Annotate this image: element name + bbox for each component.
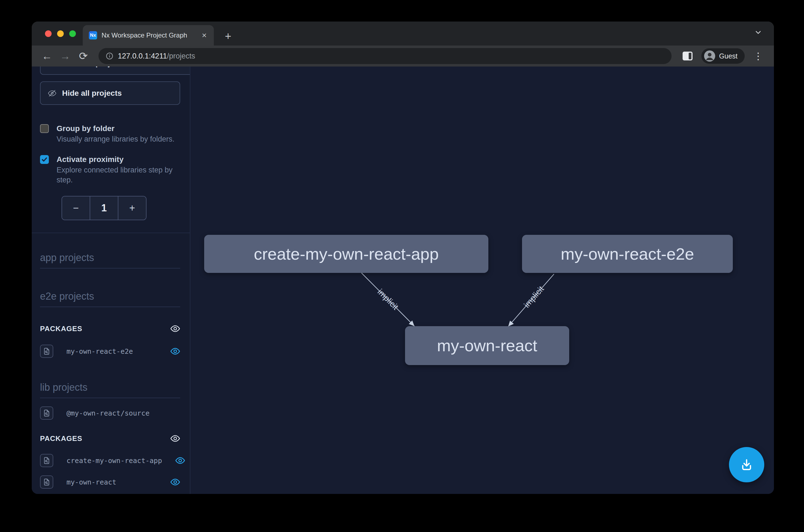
download-graph-button[interactable] xyxy=(729,447,764,482)
group-by-folder-checkbox[interactable] xyxy=(40,124,49,133)
tab-strip: Nx Nx Workspace Project Graph × + xyxy=(32,21,774,45)
browser-menu-icon[interactable]: ⋮ xyxy=(750,51,767,61)
project-row-my-own-react-e2e: my-own-react-e2e xyxy=(40,345,180,358)
e2e-projects-heading: e2e projects xyxy=(40,290,180,307)
profile-label: Guest xyxy=(719,52,738,60)
project-graph-canvas[interactable]: implicit implicit create-my-own-react-ap… xyxy=(190,66,774,494)
back-button[interactable]: ← xyxy=(39,50,55,62)
eye-icon xyxy=(48,66,57,68)
url-bar[interactable]: 127.0.0.1:4211/projects xyxy=(98,48,672,64)
chevron-down-icon[interactable] xyxy=(754,29,762,36)
reload-button[interactable]: ⟳ xyxy=(75,50,91,62)
toggle-all-lib-packages-eye-icon[interactable] xyxy=(170,434,180,443)
edge-create-app-to-my-own-react xyxy=(361,273,415,326)
document-search-icon xyxy=(43,457,51,464)
close-window-button[interactable] xyxy=(45,30,52,37)
project-name: @my-own-react/source xyxy=(66,409,150,417)
forward-button[interactable]: → xyxy=(57,50,73,62)
tab-title: Nx Workspace Project Graph xyxy=(101,32,196,39)
focus-project-button[interactable] xyxy=(40,454,53,467)
show-all-projects-button[interactable]: Show all projects xyxy=(40,66,190,75)
edge-e2e-to-my-own-react xyxy=(508,274,554,326)
hide-all-projects-label: Hide all projects xyxy=(62,89,122,98)
eye-off-icon xyxy=(48,89,57,98)
stepper-value: 1 xyxy=(90,196,118,220)
document-search-icon xyxy=(43,347,51,355)
page-content: Show all projects Hide all projects Grou… xyxy=(32,66,774,494)
app-projects-heading: app projects xyxy=(40,252,180,268)
side-panel-icon[interactable] xyxy=(683,52,692,60)
project-row-my-own-react: my-own-react xyxy=(40,475,180,489)
focus-project-button[interactable] xyxy=(40,475,53,489)
sidebar: Show all projects Hide all projects Grou… xyxy=(32,66,190,494)
browser-tab[interactable]: Nx Nx Workspace Project Graph × xyxy=(83,25,214,45)
hide-all-projects-button[interactable]: Hide all projects xyxy=(40,81,180,105)
project-row-my-own-react-source: @my-own-react/source xyxy=(40,406,180,420)
graph-edges: implicit implicit xyxy=(190,66,774,494)
url-text: 127.0.0.1:4211/projects xyxy=(118,52,195,60)
graph-node-my-own-react-e2e[interactable]: my-own-react-e2e xyxy=(522,235,733,273)
download-icon xyxy=(739,457,754,472)
url-host: 127.0.0.1:4211 xyxy=(118,52,167,60)
browser-window: Nx Nx Workspace Project Graph × + ← → ⟳ … xyxy=(32,21,774,494)
new-tab-button[interactable]: + xyxy=(225,31,231,42)
edge-label-implicit: implicit xyxy=(376,287,400,312)
zoom-window-button[interactable] xyxy=(69,30,76,37)
group-by-folder-label: Group by folder xyxy=(57,123,174,134)
project-row-create-my-own-react-app: create-my-own-react-app xyxy=(40,454,180,467)
lib-packages-header: PACKAGES xyxy=(40,434,180,443)
browser-toolbar: ← → ⟳ 127.0.0.1:4211/projects Guest ⋮ xyxy=(32,45,774,66)
document-search-icon xyxy=(43,478,51,486)
edge-label-implicit: implicit xyxy=(522,284,545,309)
show-all-projects-label: Show all projects xyxy=(62,66,126,68)
activate-proximity-description: Explore connected libraries step by step… xyxy=(57,165,180,185)
site-info-icon[interactable] xyxy=(106,52,113,60)
sidebar-divider xyxy=(32,233,190,233)
project-name: my-own-react xyxy=(66,478,116,486)
desktop-background: Nx Nx Workspace Project Graph × + ← → ⟳ … xyxy=(0,0,804,532)
project-name: create-my-own-react-app xyxy=(66,457,162,465)
packages-label: PACKAGES xyxy=(40,434,82,443)
toggle-visibility-eye-icon[interactable] xyxy=(170,477,180,487)
check-icon xyxy=(41,156,48,163)
toggle-all-e2e-packages-eye-icon[interactable] xyxy=(170,324,180,334)
lib-projects-heading: lib projects xyxy=(40,382,180,398)
focus-project-button[interactable] xyxy=(40,406,53,420)
packages-label: PACKAGES xyxy=(40,324,82,333)
proximity-depth-stepper: − 1 + xyxy=(61,196,147,220)
e2e-packages-header: PACKAGES xyxy=(40,324,180,334)
avatar xyxy=(704,50,716,62)
focus-project-button[interactable] xyxy=(40,345,53,358)
traffic-lights xyxy=(45,30,76,37)
nx-favicon-icon: Nx xyxy=(89,31,97,39)
graph-node-create-my-own-react-app[interactable]: create-my-own-react-app xyxy=(204,235,489,273)
group-by-folder-option: Group by folder Visually arrange librari… xyxy=(40,123,180,144)
increment-button[interactable]: + xyxy=(118,196,146,220)
activate-proximity-option: Activate proximity Explore connected lib… xyxy=(40,154,180,185)
decrement-button[interactable]: − xyxy=(62,196,90,220)
activate-proximity-label: Activate proximity xyxy=(57,154,180,165)
toggle-visibility-eye-icon[interactable] xyxy=(170,346,180,356)
toggle-visibility-eye-icon[interactable] xyxy=(175,456,185,466)
url-path: /projects xyxy=(167,52,195,60)
minimize-window-button[interactable] xyxy=(57,30,64,37)
graph-node-my-own-react[interactable]: my-own-react xyxy=(405,326,569,365)
tab-close-icon[interactable]: × xyxy=(200,31,208,39)
group-by-folder-description: Visually arrange libraries by folders. xyxy=(57,134,174,144)
profile-button[interactable]: Guest xyxy=(701,48,745,64)
document-search-icon xyxy=(43,409,51,417)
activate-proximity-checkbox[interactable] xyxy=(40,155,49,164)
project-name: my-own-react-e2e xyxy=(66,347,133,356)
